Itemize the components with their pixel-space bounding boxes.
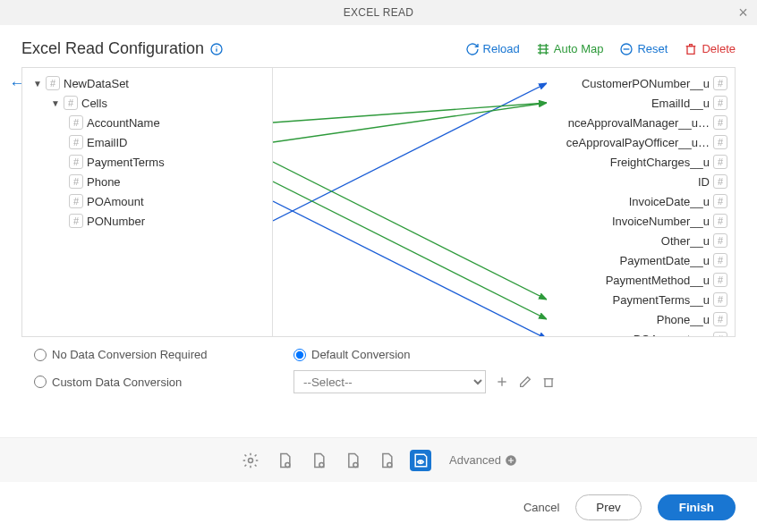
radio-custom-conversion-input[interactable] [34, 376, 47, 388]
target-field[interactable]: FreightCharges__u# [547, 152, 731, 172]
footer: Cancel Prev Finish [0, 482, 757, 532]
svg-line-17 [273, 162, 547, 300]
target-field[interactable]: CustomerPONumber__u# [547, 73, 731, 93]
svg-line-19 [273, 182, 547, 319]
target-field[interactable]: InvoiceDate__u# [547, 191, 731, 211]
source-tree-pane: ▼#NewDataSet▼#Cells#AccountName#EmailID#… [22, 68, 273, 336]
svg-point-26 [319, 462, 324, 467]
trash-icon [684, 42, 698, 56]
step-settings-icon[interactable] [240, 450, 261, 471]
cancel-button[interactable]: Cancel [523, 501, 559, 514]
hash-icon: # [69, 174, 83, 189]
window-title: EXCEL READ [344, 6, 414, 19]
hash-icon: # [46, 76, 60, 90]
svg-line-11 [273, 83, 547, 221]
source-field-paymentterms[interactable]: #PaymentTerms [69, 152, 268, 172]
delete-button[interactable]: Delete [684, 42, 736, 56]
source-field-accountname[interactable]: #AccountName [69, 113, 268, 132]
reload-button[interactable]: Reload [465, 42, 520, 56]
custom-conversion-controls: --Select-- [293, 370, 556, 393]
hash-icon: # [69, 194, 83, 208]
svg-point-29 [420, 460, 421, 462]
header: Excel Read Configuration Reload Auto Map… [0, 25, 757, 67]
advanced-toggle[interactable]: Advanced [449, 453, 517, 467]
automap-button[interactable]: Auto Map [536, 42, 604, 56]
radio-custom-conversion[interactable]: Custom Data Conversion [34, 376, 258, 389]
tree-group[interactable]: ▼#Cells [51, 93, 268, 113]
target-field[interactable]: ID# [547, 172, 731, 191]
step-file3-icon[interactable] [342, 450, 363, 471]
target-field[interactable]: …ceApprovalPayOfficer__u# [547, 132, 731, 152]
hash-icon: # [64, 96, 78, 110]
target-field[interactable]: PaymentTerms__u# [547, 290, 731, 309]
radio-default-conversion[interactable]: Default Conversion [293, 348, 517, 361]
hash-icon: # [713, 273, 727, 287]
target-field[interactable]: Phone__u# [547, 309, 731, 329]
hash-icon: # [713, 96, 727, 110]
svg-point-25 [285, 462, 290, 467]
target-field[interactable]: EmailId__u# [547, 93, 731, 113]
info-icon[interactable] [209, 42, 224, 56]
svg-point-27 [353, 462, 358, 467]
mapping-canvas [273, 68, 547, 336]
tree-root[interactable]: ▼#NewDataSet [33, 73, 268, 93]
source-field-phone[interactable]: #Phone [69, 172, 268, 191]
conversion-row-1: No Data Conversion Required Default Conv… [0, 337, 757, 367]
hash-icon: # [713, 76, 727, 90]
svg-point-28 [387, 462, 392, 467]
automap-icon [536, 42, 550, 56]
finish-button[interactable]: Finish [658, 494, 736, 520]
reset-icon [619, 42, 634, 56]
hash-icon: # [713, 135, 727, 149]
target-field[interactable]: PaymentDate__u# [547, 250, 731, 270]
svg-line-21 [273, 201, 547, 336]
target-tree-pane: CustomerPONumber__u#EmailId__u#…nceAppro… [547, 68, 735, 336]
radio-no-conversion[interactable]: No Data Conversion Required [34, 348, 258, 361]
svg-point-24 [249, 458, 253, 462]
hash-icon: # [713, 155, 727, 169]
conversion-select[interactable]: --Select-- [293, 370, 486, 393]
hash-icon: # [69, 214, 83, 228]
svg-line-15 [273, 103, 547, 142]
target-field[interactable]: Other__u# [547, 231, 731, 250]
edit-icon[interactable] [518, 375, 532, 389]
reset-button[interactable]: Reset [619, 42, 668, 56]
hash-icon: # [713, 253, 727, 267]
svg-line-13 [273, 103, 547, 122]
hash-icon: # [713, 312, 727, 326]
hash-icon: # [69, 115, 83, 130]
hash-icon: # [713, 332, 727, 337]
conversion-row-2: Custom Data Conversion --Select-- [0, 367, 757, 399]
close-icon[interactable]: × [738, 4, 748, 22]
mapping-wires [273, 68, 547, 336]
plus-circle-icon [505, 454, 517, 467]
hash-icon: # [713, 214, 727, 228]
source-field-ponumber[interactable]: #PONumber [69, 211, 268, 231]
source-field-poamount[interactable]: #POAmount [69, 191, 268, 211]
step-file4-icon[interactable] [376, 450, 397, 471]
target-field[interactable]: POAmount__u# [547, 329, 731, 337]
hash-icon: # [713, 233, 727, 248]
add-icon[interactable] [495, 375, 509, 389]
titlebar: EXCEL READ × [0, 0, 757, 25]
prev-button[interactable]: Prev [575, 494, 641, 520]
target-field[interactable]: …nceApprovalManager__u# [547, 113, 731, 132]
reload-icon [465, 42, 480, 56]
source-field-emailid[interactable]: #EmailID [69, 132, 268, 152]
step-file1-icon[interactable] [274, 450, 295, 471]
step-file2-icon[interactable] [308, 450, 329, 471]
target-field[interactable]: PaymentMethod__u# [547, 270, 731, 290]
target-field[interactable]: InvoiceNumber__u# [547, 211, 731, 231]
delete-mini-icon[interactable] [541, 375, 556, 389]
hash-icon: # [713, 292, 727, 307]
hash-icon: # [69, 155, 83, 169]
hash-icon: # [713, 194, 727, 208]
radio-default-conversion-input[interactable] [293, 349, 306, 361]
hash-icon: # [713, 174, 727, 189]
svg-point-2 [216, 46, 217, 46]
radio-no-conversion-input[interactable] [34, 349, 47, 361]
step-preview-icon[interactable] [410, 450, 431, 471]
page-title: Excel Read Configuration [21, 39, 224, 58]
hash-icon: # [713, 115, 727, 130]
hash-icon: # [69, 135, 83, 149]
